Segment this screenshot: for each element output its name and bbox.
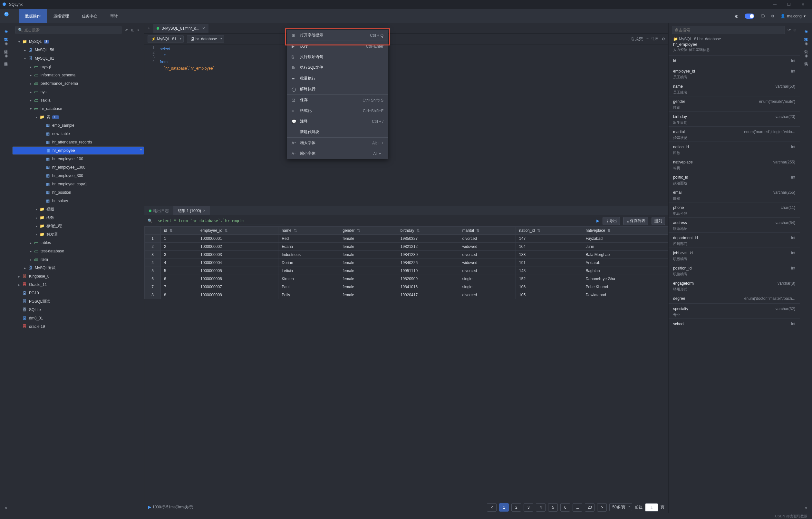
menu-item[interactable]: 运维管理 [47, 9, 76, 23]
connection-select[interactable]: ⚡ MySQL_81 [148, 35, 184, 43]
close-icon[interactable]: ✕ [203, 206, 206, 216]
tree-node[interactable]: ▸🗃information_schema [12, 71, 144, 79]
page-button[interactable]: 20 [585, 503, 594, 512]
page-size-select[interactable]: 50条/页 [609, 503, 632, 511]
col-header[interactable]: id ⇅ [161, 227, 197, 235]
settings-icon[interactable]: ⚙ [662, 37, 665, 41]
page-button[interactable]: 3 [524, 503, 533, 512]
close-icon[interactable]: ✕ [202, 26, 205, 31]
table-row[interactable]: 221000000002Edanafemale19821212widowed10… [145, 243, 668, 251]
tree-node[interactable]: ▦hr_attendance_records [12, 138, 144, 146]
tree-node[interactable]: ▦hr_employee_copy1 [12, 180, 144, 188]
tab-output-log[interactable]: 输出日志 [144, 206, 173, 216]
page-button[interactable]: 4 [536, 503, 546, 512]
ctx-item[interactable]: 🖫保存Ctrl+Shift+S [287, 94, 388, 105]
result-query-input[interactable] [156, 218, 285, 224]
ctx-item[interactable]: 🗎执行SQL文件 [287, 62, 388, 73]
refresh-icon[interactable]: ⟳ [125, 28, 128, 32]
tree-node[interactable]: ▾🗄MySQL_81 [12, 54, 144, 62]
table-row[interactable]: 111000000001Redfemale19850327divorced147… [145, 235, 668, 243]
rollback-button[interactable]: ↶ 回滚 [646, 36, 658, 42]
tree-node[interactable]: ▸📁函数 [12, 213, 144, 222]
locate-icon[interactable]: ⊕ [793, 28, 796, 32]
field-item[interactable]: engageformvarchar(8)聘用形式 [669, 278, 800, 293]
save-to-table-button[interactable]: ⭳保存到表 [623, 217, 648, 225]
field-item[interactable]: specialtyvarchar(32)专业 [669, 303, 800, 319]
col-header[interactable]: nativeplace ⇅ [582, 227, 668, 235]
columns-button[interactable]: ▦列 [651, 217, 665, 225]
field-search-input[interactable] [672, 26, 785, 34]
col-header[interactable]: birthday ⇅ [397, 227, 459, 235]
page-button[interactable]: 5 [548, 503, 558, 512]
new-tab-button[interactable]: + [144, 26, 153, 31]
window-close[interactable]: ✕ [796, 0, 810, 9]
pager-next[interactable]: > [597, 503, 607, 512]
tree-node[interactable]: ▸🗃mysql [12, 62, 144, 71]
tree-node[interactable]: ▸🗄MySQL测试 [12, 264, 144, 272]
tree-node[interactable]: 🗄SQLite [12, 306, 144, 314]
tree-node[interactable]: 🗄oracle 19 [12, 322, 144, 331]
tree-node[interactable]: ▦hr_employee_1300 [12, 163, 144, 171]
ctx-item[interactable]: A⁺增大字体Alt + + [287, 137, 388, 148]
menu-item[interactable]: 审计 [104, 9, 124, 23]
result-grid[interactable]: id ⇅employee_id ⇅name ⇅gender ⇅birthday … [144, 226, 668, 501]
col-header[interactable]: employee_id ⇅ [197, 227, 279, 235]
field-item[interactable]: jobLevel_idint职级编号 [669, 248, 800, 263]
tree-node[interactable]: ▸🗃tables [12, 239, 144, 247]
rail-collapse[interactable]: « [2, 502, 10, 513]
rail-item[interactable]: ◉历史查询 [0, 38, 12, 50]
tree-node[interactable]: ▸📁存储过程 [12, 222, 144, 230]
commit-button[interactable]: ⎘ 提交 [632, 36, 643, 42]
run-icon[interactable]: ▶ [597, 219, 599, 223]
menu-item[interactable]: 数据操作 [19, 9, 47, 23]
ctx-item[interactable]: ≣批量执行 [287, 73, 388, 84]
refresh-icon[interactable]: ⟳ [787, 28, 791, 32]
field-item[interactable]: emailvarchar(255)邮箱 [669, 187, 800, 202]
ctx-item[interactable]: 新建代码块 [287, 127, 388, 137]
theme-switch[interactable] [745, 13, 754, 19]
field-item[interactable]: addressvarchar(64)联系地址 [669, 217, 800, 233]
field-item[interactable]: birthdayvarchar(20)出生日期 [669, 111, 800, 126]
sidebar-search-input[interactable] [16, 26, 121, 34]
rail-collapse[interactable]: « [802, 502, 810, 513]
rail-item[interactable]: ◉代码块 [800, 50, 812, 62]
monitor-icon[interactable]: 🖵 [761, 14, 765, 18]
export-button[interactable]: ⭳导出 [603, 217, 620, 225]
field-item[interactable]: namevarchar(50)员工姓名 [669, 81, 800, 96]
ctx-item[interactable]: ⊞打开字段提示Ctrl + Q [287, 30, 388, 40]
field-item[interactable]: employee_idint员工编号 [669, 66, 800, 81]
tree-node[interactable]: ▸🗃test-database [12, 247, 144, 255]
ctx-item[interactable]: ▶执行Ctrl+Enter [287, 40, 388, 52]
tree-node[interactable]: ▸🗃item [12, 255, 144, 264]
field-item[interactable]: phonechar(11)电话号码 [669, 202, 800, 217]
table-row[interactable]: 661000000006Kirstenfemale19820909single1… [145, 275, 668, 283]
tree-node[interactable]: ▦hr_employee [12, 146, 144, 155]
settings-icon[interactable]: ⚙ [771, 14, 775, 18]
tree-node[interactable]: ▸🗃sakila [12, 96, 144, 105]
tree-node[interactable]: ▸📁触发器 [12, 230, 144, 239]
ctx-item[interactable]: 💬注释Ctrl + / [287, 116, 388, 127]
menu-item[interactable]: 任务中心 [76, 9, 104, 23]
ctx-item[interactable]: ◯解释执行 [287, 84, 388, 94]
field-item[interactable]: position_idint职位编号 [669, 263, 800, 278]
field-item[interactable]: degreeenum('doctor','master','bach... [669, 293, 800, 303]
tree-node[interactable]: 🗄dm8_01 [12, 314, 144, 322]
field-item[interactable]: maritalenum('married','single','wido...婚… [669, 126, 800, 141]
tree-node[interactable]: 🗄PG10 [12, 289, 144, 297]
rail-item[interactable]: ◉字段提示 [800, 26, 812, 38]
theme-icon[interactable]: ◐ [735, 14, 738, 18]
tree-node[interactable]: ▦new_table [12, 130, 144, 138]
database-select[interactable]: 🗄 hr_database [187, 35, 224, 43]
editor-tab[interactable]: 3-MySQL_81@hr_d... ✕ [153, 24, 208, 33]
tree-node[interactable]: ▸🗃sys [12, 88, 144, 96]
tree-node[interactable]: 🗄PGSQL测试 [12, 297, 144, 306]
rail-item[interactable]: ◉索引 [800, 38, 812, 50]
field-item[interactable]: genderenum('female','male')性别 [669, 96, 800, 111]
pager-prev[interactable]: < [487, 503, 497, 512]
window-max[interactable]: ☐ [782, 0, 796, 9]
field-item[interactable]: nativeplacevarchar(255)籍贯 [669, 157, 800, 172]
window-min[interactable]: — [767, 0, 782, 9]
ctx-item[interactable]: ⎘执行原始语句 [287, 52, 388, 62]
sql-editor[interactable]: 1234 select *from `hr_database`.`hr_empl… [144, 45, 668, 206]
ctx-item[interactable]: ≡格式化Ctrl+Shift+F [287, 105, 388, 116]
